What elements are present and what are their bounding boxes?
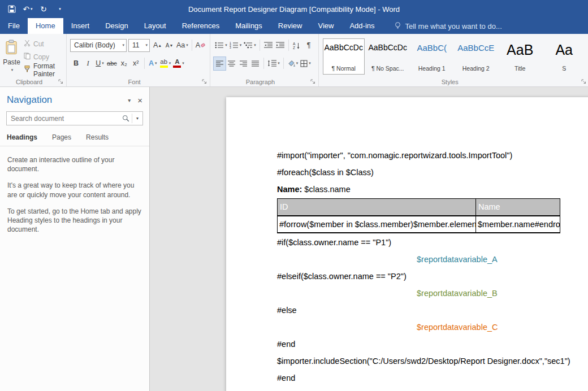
style-preview: AaB (507, 43, 533, 57)
numbering-button[interactable]: 123 ▾ (228, 39, 243, 52)
document-paragraph: Name: $class.name (277, 181, 588, 198)
font-family-combo[interactable]: Calibri (Body) ▾ (70, 39, 127, 52)
tell-me-box[interactable]: Tell me what you want to do... (386, 18, 510, 34)
document-paragraph: $reportdatavariable_B (277, 285, 588, 302)
customize-quick-access-icon[interactable]: ▾ (52, 2, 67, 16)
font-color-button[interactable]: A ▾ (172, 57, 185, 70)
highlight-color-button[interactable]: ab ▾ (159, 57, 172, 70)
tab-design[interactable]: Design (97, 18, 136, 34)
format-painter-button[interactable]: Format Painter (21, 63, 64, 76)
styles-gallery: AaBbCcDc¶ NormalAaBbCcDc¶ No Spac...AaBb… (321, 36, 587, 77)
redo-icon[interactable]: ↻ (36, 2, 51, 16)
font-size-combo[interactable]: 11 ▾ (128, 39, 150, 52)
table-header-row: IDName (278, 199, 560, 216)
shading-button[interactable]: ▾ (286, 57, 300, 70)
paste-label: Paste (3, 58, 20, 66)
navigation-options-icon[interactable]: ▾ (128, 97, 131, 103)
style-s[interactable]: AaS (543, 38, 585, 75)
svg-text:A: A (293, 42, 296, 46)
grow-font-button[interactable]: A▲ (152, 39, 163, 52)
undo-icon[interactable]: ↶▾ (20, 2, 35, 16)
text-effects-button[interactable]: A▾ (147, 57, 159, 70)
document-paragraph: #elseif($class.owner.name == "P2") (277, 268, 588, 285)
shrink-font-button[interactable]: A▼ (163, 39, 175, 52)
svg-text:Z: Z (293, 46, 295, 49)
align-center-button[interactable] (226, 57, 237, 70)
font-color-swatch (173, 66, 181, 68)
font-family-dropdown-icon: ▾ (123, 43, 125, 47)
nav-tab-results[interactable]: Results (86, 133, 109, 146)
italic-button[interactable]: I (82, 57, 94, 70)
styles-dialog-launcher-icon[interactable] (581, 79, 587, 85)
tab-layout[interactable]: Layout (136, 18, 174, 34)
decrease-indent-button[interactable] (262, 39, 274, 52)
tab-mailings[interactable]: Mailings (227, 18, 270, 34)
bullets-button[interactable]: ▾ (214, 39, 228, 52)
style-preview: AaBbCcDc (324, 43, 362, 52)
clipboard-icon (5, 40, 18, 57)
svg-text:3: 3 (230, 46, 231, 49)
word-window: ↶▾ ↻ ▾ Document Report Designer Diagram … (0, 0, 588, 391)
tab-file[interactable]: File (0, 18, 28, 34)
scissors-icon (24, 40, 31, 48)
search-options-icon[interactable]: ▾ (132, 116, 142, 121)
tab-home[interactable]: Home (28, 18, 63, 34)
borders-button[interactable]: ▾ (299, 57, 312, 70)
underline-button[interactable]: U▾ (94, 57, 106, 70)
lightbulb-icon (394, 21, 401, 31)
align-right-button[interactable] (237, 57, 249, 70)
tab-review[interactable]: Review (270, 18, 310, 34)
style-normal[interactable]: AaBbCcDc¶ Normal (323, 38, 365, 75)
tab-references[interactable]: References (174, 18, 227, 34)
line-spacing-button[interactable]: ▾ (266, 57, 281, 70)
tab-add-ins[interactable]: Add-ins (341, 18, 382, 34)
navigation-close-icon[interactable]: × (137, 95, 142, 105)
style-title[interactable]: AaBTitle (499, 38, 541, 75)
document-paragraph: $reportdatavariable_A (277, 251, 588, 268)
navigation-hint-text: It's a great way to keep track of where … (7, 181, 142, 199)
navigation-pane-title: Navigation (7, 94, 121, 106)
table-header-cell: ID (278, 199, 476, 216)
sort-button[interactable]: AZ (291, 39, 303, 52)
tab-view[interactable]: View (310, 18, 341, 34)
search-input[interactable] (7, 115, 119, 123)
document-paragraph: $importer.includeSection("C:/Users/swd2/… (277, 353, 588, 370)
styles-group-label: Styles (319, 79, 581, 85)
increase-indent-button[interactable] (274, 39, 286, 52)
font-size-value: 11 (132, 41, 143, 49)
align-left-button[interactable] (214, 57, 226, 70)
table-cell: #forrow($member in $class.member)$member… (278, 216, 476, 233)
tab-insert[interactable]: Insert (63, 18, 98, 34)
superscript-button[interactable]: x² (130, 57, 142, 70)
navigation-body: Create an interactive outline of your do… (0, 146, 149, 234)
change-case-button[interactable]: Aa▾ (175, 39, 189, 52)
font-group: Calibri (Body) ▾ 11 ▾ A▲ A▼ Aa▾ A B I U▾… (67, 34, 210, 86)
save-icon[interactable] (5, 2, 19, 16)
ribbon-tabs: FileHomeInsertDesignLayoutReferencesMail… (0, 18, 383, 34)
paragraph-dialog-launcher-icon[interactable] (310, 79, 316, 85)
cut-button[interactable]: Cut (21, 37, 64, 50)
justify-button[interactable] (249, 57, 261, 70)
style-name: Heading 1 (418, 65, 446, 72)
search-box[interactable]: ▾ (6, 111, 143, 125)
nav-tab-headings[interactable]: Headings (7, 133, 37, 146)
clipboard-dialog-launcher-icon[interactable] (58, 79, 64, 85)
document-paragraph: #else (277, 302, 588, 319)
nav-tab-pages[interactable]: Pages (52, 133, 71, 146)
show-paragraph-marks-button[interactable]: ¶ (303, 39, 315, 52)
clear-formatting-button[interactable]: A (194, 39, 206, 52)
font-dialog-launcher-icon[interactable] (202, 79, 207, 85)
document-table: IDName#forrow($member in $class.member)$… (277, 198, 560, 233)
strikethrough-button[interactable]: abc (106, 57, 118, 70)
multilevel-list-button[interactable]: ▾ (243, 39, 257, 52)
style-heading-2[interactable]: AaBbCcEHeading 2 (455, 38, 497, 75)
subscript-button[interactable]: x₂ (118, 57, 130, 70)
paste-button[interactable]: Paste ▾ (2, 36, 21, 76)
search-icon[interactable] (119, 115, 132, 122)
document-area: #import("importer", "com.nomagic.reportw… (150, 87, 588, 391)
style-heading-1[interactable]: AaBbC(Heading 1 (411, 38, 453, 75)
bold-button[interactable]: B (70, 57, 82, 70)
copy-icon (24, 53, 31, 61)
style-no-spac[interactable]: AaBbCcDc¶ No Spac... (367, 38, 409, 75)
document-page[interactable]: #import("importer", "com.nomagic.reportw… (226, 97, 588, 391)
